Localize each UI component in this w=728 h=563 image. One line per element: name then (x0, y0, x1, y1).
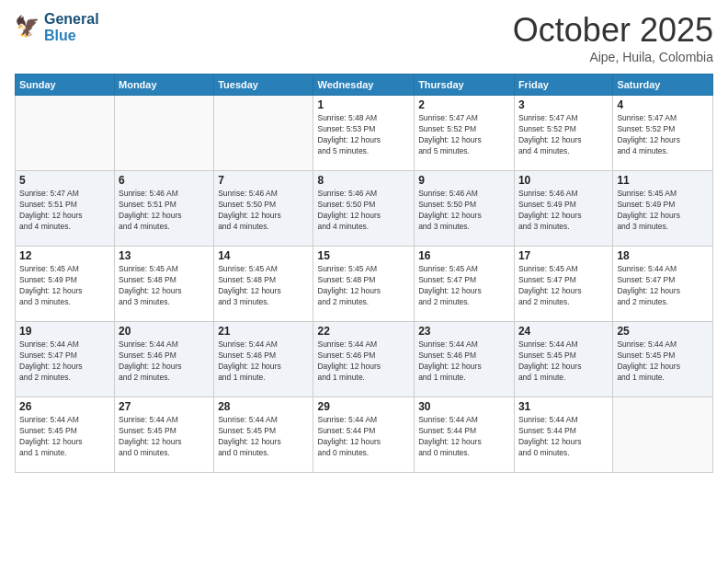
location-subtitle: Aipe, Huila, Colombia (513, 50, 713, 64)
col-sunday: Sunday (16, 75, 115, 96)
day-number: 23 (418, 325, 510, 338)
calendar-header-row: Sunday Monday Tuesday Wednesday Thursday… (16, 75, 713, 96)
calendar-cell: 1Sunrise: 5:48 AM Sunset: 5:53 PM Daylig… (313, 96, 415, 171)
calendar-cell: 22Sunrise: 5:44 AM Sunset: 5:46 PM Dayli… (313, 322, 415, 397)
calendar-table: Sunday Monday Tuesday Wednesday Thursday… (15, 74, 713, 473)
page: 🦅 General Blue October 2025 Aipe, Huila,… (0, 0, 728, 563)
calendar-cell: 6Sunrise: 5:46 AM Sunset: 5:51 PM Daylig… (115, 171, 214, 247)
calendar-cell: 23Sunrise: 5:44 AM Sunset: 5:46 PM Dayli… (415, 322, 515, 397)
day-info: Sunrise: 5:47 AM Sunset: 5:52 PM Dayligh… (418, 113, 510, 157)
day-number: 14 (218, 249, 309, 262)
logo: 🦅 General Blue (15, 11, 99, 43)
calendar-cell: 8Sunrise: 5:46 AM Sunset: 5:50 PM Daylig… (313, 171, 415, 247)
day-number: 6 (119, 174, 210, 187)
day-number: 11 (617, 174, 709, 187)
day-info: Sunrise: 5:47 AM Sunset: 5:52 PM Dayligh… (518, 113, 609, 157)
calendar-cell: 5Sunrise: 5:47 AM Sunset: 5:51 PM Daylig… (16, 171, 115, 247)
calendar-cell: 21Sunrise: 5:44 AM Sunset: 5:46 PM Dayli… (214, 322, 313, 397)
title-block: October 2025 Aipe, Huila, Colombia (513, 11, 713, 64)
logo-text: General Blue (44, 11, 99, 43)
day-info: Sunrise: 5:44 AM Sunset: 5:46 PM Dayligh… (418, 339, 510, 384)
calendar-cell: 19Sunrise: 5:44 AM Sunset: 5:47 PM Dayli… (16, 322, 115, 397)
day-number: 17 (518, 249, 609, 262)
day-number: 7 (218, 174, 309, 187)
day-info: Sunrise: 5:46 AM Sunset: 5:50 PM Dayligh… (418, 189, 510, 233)
calendar-cell: 31Sunrise: 5:44 AM Sunset: 5:44 PM Dayli… (514, 397, 612, 473)
day-info: Sunrise: 5:44 AM Sunset: 5:45 PM Dayligh… (119, 415, 210, 459)
day-info: Sunrise: 5:45 AM Sunset: 5:48 PM Dayligh… (317, 264, 410, 308)
day-number: 28 (218, 400, 309, 413)
calendar-cell: 30Sunrise: 5:44 AM Sunset: 5:44 PM Dayli… (415, 397, 515, 473)
logo-icon: 🦅 (15, 15, 40, 40)
day-info: Sunrise: 5:45 AM Sunset: 5:49 PM Dayligh… (617, 189, 709, 233)
day-number: 21 (218, 325, 309, 338)
day-number: 1 (317, 98, 410, 111)
day-number: 19 (19, 325, 110, 338)
calendar-cell: 9Sunrise: 5:46 AM Sunset: 5:50 PM Daylig… (415, 171, 515, 247)
day-number: 5 (19, 174, 110, 187)
day-info: Sunrise: 5:46 AM Sunset: 5:50 PM Dayligh… (317, 189, 410, 233)
day-number: 20 (119, 325, 210, 338)
day-number: 13 (119, 249, 210, 262)
calendar-week-row: 5Sunrise: 5:47 AM Sunset: 5:51 PM Daylig… (16, 171, 713, 247)
day-info: Sunrise: 5:45 AM Sunset: 5:47 PM Dayligh… (518, 264, 609, 308)
day-info: Sunrise: 5:44 AM Sunset: 5:46 PM Dayligh… (119, 339, 210, 384)
calendar-week-row: 26Sunrise: 5:44 AM Sunset: 5:45 PM Dayli… (16, 397, 713, 473)
day-number: 3 (518, 98, 609, 111)
col-monday: Monday (115, 75, 214, 96)
calendar-cell: 7Sunrise: 5:46 AM Sunset: 5:50 PM Daylig… (214, 171, 313, 247)
day-number: 26 (19, 400, 110, 413)
calendar-cell: 24Sunrise: 5:44 AM Sunset: 5:45 PM Dayli… (514, 322, 612, 397)
calendar-cell: 26Sunrise: 5:44 AM Sunset: 5:45 PM Dayli… (16, 397, 115, 473)
calendar-cell: 15Sunrise: 5:45 AM Sunset: 5:48 PM Dayli… (313, 247, 415, 322)
calendar-cell: 16Sunrise: 5:45 AM Sunset: 5:47 PM Dayli… (415, 247, 515, 322)
day-number: 9 (418, 174, 510, 187)
day-number: 18 (617, 249, 709, 262)
calendar-cell: 13Sunrise: 5:45 AM Sunset: 5:48 PM Dayli… (115, 247, 214, 322)
calendar-week-row: 1Sunrise: 5:48 AM Sunset: 5:53 PM Daylig… (16, 96, 713, 171)
calendar-week-row: 12Sunrise: 5:45 AM Sunset: 5:49 PM Dayli… (16, 247, 713, 322)
day-info: Sunrise: 5:46 AM Sunset: 5:50 PM Dayligh… (218, 189, 309, 233)
calendar-cell: 11Sunrise: 5:45 AM Sunset: 5:49 PM Dayli… (613, 171, 713, 247)
day-number: 2 (418, 98, 510, 111)
day-info: Sunrise: 5:44 AM Sunset: 5:45 PM Dayligh… (617, 339, 709, 384)
day-number: 27 (119, 400, 210, 413)
col-tuesday: Tuesday (214, 75, 313, 96)
day-info: Sunrise: 5:45 AM Sunset: 5:48 PM Dayligh… (218, 264, 309, 308)
calendar-cell: 18Sunrise: 5:44 AM Sunset: 5:47 PM Dayli… (613, 247, 713, 322)
day-info: Sunrise: 5:48 AM Sunset: 5:53 PM Dayligh… (317, 113, 410, 157)
day-info: Sunrise: 5:44 AM Sunset: 5:45 PM Dayligh… (19, 415, 110, 459)
calendar-cell: 12Sunrise: 5:45 AM Sunset: 5:49 PM Dayli… (16, 247, 115, 322)
day-number: 22 (317, 325, 410, 338)
day-number: 12 (19, 249, 110, 262)
header: 🦅 General Blue October 2025 Aipe, Huila,… (15, 11, 713, 64)
calendar-cell: 29Sunrise: 5:44 AM Sunset: 5:44 PM Dayli… (313, 397, 415, 473)
day-info: Sunrise: 5:45 AM Sunset: 5:47 PM Dayligh… (418, 264, 510, 308)
month-title: October 2025 (513, 11, 713, 50)
day-info: Sunrise: 5:46 AM Sunset: 5:49 PM Dayligh… (518, 189, 609, 233)
day-info: Sunrise: 5:44 AM Sunset: 5:45 PM Dayligh… (518, 339, 609, 384)
calendar-cell (16, 96, 115, 171)
col-thursday: Thursday (415, 75, 515, 96)
day-number: 31 (518, 400, 609, 413)
col-saturday: Saturday (613, 75, 713, 96)
day-number: 15 (317, 249, 410, 262)
calendar-cell: 10Sunrise: 5:46 AM Sunset: 5:49 PM Dayli… (514, 171, 612, 247)
calendar-cell: 17Sunrise: 5:45 AM Sunset: 5:47 PM Dayli… (514, 247, 612, 322)
calendar-cell: 4Sunrise: 5:47 AM Sunset: 5:52 PM Daylig… (613, 96, 713, 171)
day-number: 8 (317, 174, 410, 187)
day-info: Sunrise: 5:46 AM Sunset: 5:51 PM Dayligh… (119, 189, 210, 233)
calendar-week-row: 19Sunrise: 5:44 AM Sunset: 5:47 PM Dayli… (16, 322, 713, 397)
day-info: Sunrise: 5:47 AM Sunset: 5:51 PM Dayligh… (19, 189, 110, 233)
svg-text:🦅: 🦅 (15, 15, 40, 39)
calendar-cell (214, 96, 313, 171)
day-number: 4 (617, 98, 709, 111)
day-number: 16 (418, 249, 510, 262)
day-number: 29 (317, 400, 410, 413)
calendar-cell: 20Sunrise: 5:44 AM Sunset: 5:46 PM Dayli… (115, 322, 214, 397)
calendar-cell: 25Sunrise: 5:44 AM Sunset: 5:45 PM Dayli… (613, 322, 713, 397)
calendar-cell: 27Sunrise: 5:44 AM Sunset: 5:45 PM Dayli… (115, 397, 214, 473)
day-info: Sunrise: 5:44 AM Sunset: 5:47 PM Dayligh… (19, 339, 110, 384)
day-info: Sunrise: 5:44 AM Sunset: 5:47 PM Dayligh… (617, 264, 709, 308)
day-info: Sunrise: 5:44 AM Sunset: 5:46 PM Dayligh… (317, 339, 410, 384)
